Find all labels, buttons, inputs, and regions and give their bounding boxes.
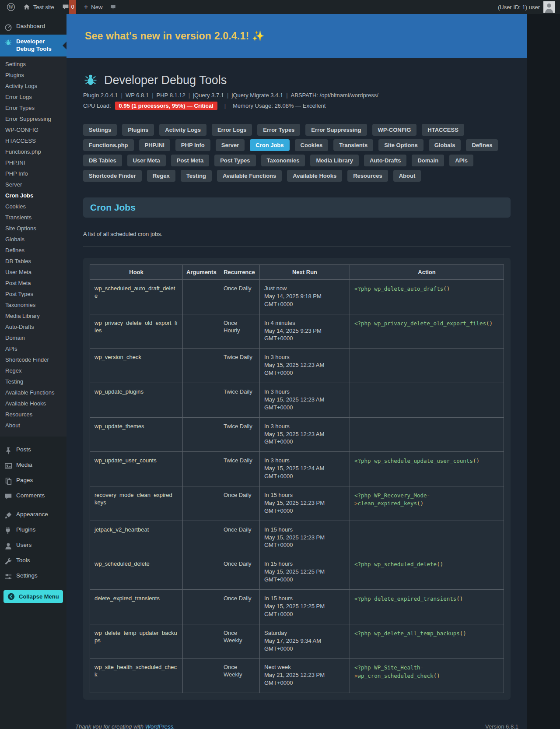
user-info[interactable]: (User ID: 1) user — [498, 4, 540, 11]
sidebar-item-media[interactable]: Media — [0, 458, 66, 473]
comments-link[interactable] — [58, 0, 69, 14]
tab-post-types[interactable]: Post Types — [214, 155, 256, 166]
submenu-item-error-types[interactable]: Error Types — [0, 102, 66, 113]
submenu-item-available-hooks[interactable]: Available Hooks — [0, 398, 66, 409]
submenu-item-settings[interactable]: Settings — [0, 59, 66, 70]
next-run-cell: In 3 hoursMay 15, 2025 12:23 AMGMT+0000 — [260, 417, 350, 452]
submenu-item-site-options[interactable]: Site Options — [0, 223, 66, 234]
screen-icon — [110, 4, 116, 10]
submenu-item-wp-config[interactable]: WP-CONFIG — [0, 124, 66, 135]
tab-globals[interactable]: Globals — [429, 139, 461, 151]
tab-wp-config[interactable]: WP-CONFIG — [372, 124, 417, 136]
site-name-link[interactable]: Test site — [19, 0, 58, 14]
submenu-item-error-suppressing[interactable]: Error Suppressing — [0, 113, 66, 124]
meta-separator: | — [283, 92, 290, 99]
submenu-item-domain[interactable]: Domain — [0, 332, 66, 343]
tab-domain[interactable]: Domain — [412, 155, 444, 166]
sidebar-item-pages[interactable]: Pages — [0, 473, 66, 489]
tab-post-meta[interactable]: Post Meta — [171, 155, 209, 166]
tab-php-info[interactable]: PHP Info — [175, 139, 210, 151]
submenu-item-available-functions[interactable]: Available Functions — [0, 387, 66, 398]
submenu-item-shortcode-finder[interactable]: Shortcode Finder — [0, 354, 66, 365]
sidebar-item-tools[interactable]: Tools — [0, 553, 66, 569]
wordpress-link[interactable]: WordPress — [145, 723, 173, 729]
sidebar-item-appearance[interactable]: Appearance — [0, 507, 66, 523]
wp-logo-button[interactable]: W — [3, 0, 19, 14]
tab-plugins[interactable]: Plugins — [122, 124, 154, 136]
hook-cell: wp_delete_temp_updater_backups — [90, 624, 183, 659]
tab-transients[interactable]: Transients — [333, 139, 373, 151]
tab-php-ini[interactable]: PHP.INI — [139, 139, 170, 151]
submenu-item-resources[interactable]: Resources — [0, 409, 66, 420]
submenu-item-php-info[interactable]: PHP Info — [0, 168, 66, 179]
submenu-item-taxonomies[interactable]: Taxonomies — [0, 299, 66, 310]
tab-functions-php[interactable]: Functions.php — [83, 139, 134, 151]
submenu-item-functions-php[interactable]: Functions.php — [0, 146, 66, 157]
sidebar-item-dashboard[interactable]: Dashboard — [0, 19, 66, 35]
tab-cookies[interactable]: Cookies — [295, 139, 329, 151]
new-content-button[interactable]: + New — [80, 0, 106, 14]
submenu-item-about[interactable]: About — [0, 420, 66, 431]
tab-shortcode-finder[interactable]: Shortcode Finder — [83, 170, 142, 182]
comment-count-badge[interactable]: 0 — [69, 0, 77, 14]
arguments-cell — [183, 452, 219, 486]
screen-toolbar-button[interactable] — [106, 0, 120, 14]
tab-regex[interactable]: Regex — [147, 170, 175, 182]
recurrence-cell: Once Daily — [219, 555, 260, 590]
tab-server[interactable]: Server — [216, 139, 245, 151]
submenu-item-post-types[interactable]: Post Types — [0, 289, 66, 299]
sidebar-item-developer-debug-tools[interactable]: Developer Debug Tools — [0, 35, 66, 56]
tab-site-options[interactable]: Site Options — [378, 139, 424, 151]
submenu-item-testing[interactable]: Testing — [0, 376, 66, 387]
submenu-item-apis[interactable]: APIs — [0, 343, 66, 354]
submenu-item-htaccess[interactable]: HTACCESS — [0, 135, 66, 146]
tab-resources[interactable]: Resources — [347, 170, 388, 182]
submenu-item-php-ini[interactable]: PHP.INI — [0, 157, 66, 168]
tab-cron-jobs[interactable]: Cron Jobs — [250, 139, 289, 151]
submenu-item-regex[interactable]: Regex — [0, 365, 66, 376]
submenu-item-plugins[interactable]: Plugins — [0, 70, 66, 81]
tab-user-meta[interactable]: User Meta — [127, 155, 166, 166]
tab-apis[interactable]: APIs — [449, 155, 473, 166]
tab-taxonomies[interactable]: Taxonomies — [261, 155, 305, 166]
submenu-item-media-library[interactable]: Media Library — [0, 310, 66, 321]
collapse-menu-button[interactable]: Collapse Menu — [4, 590, 63, 603]
avatar[interactable] — [543, 1, 555, 13]
submenu-item-post-meta[interactable]: Post Meta — [0, 278, 66, 289]
tab-error-types[interactable]: Error Types — [257, 124, 300, 136]
submenu-item-transients[interactable]: Transients — [0, 212, 66, 223]
submenu-item-db-tables[interactable]: DB Tables — [0, 256, 66, 267]
tab-db-tables[interactable]: DB Tables — [83, 155, 122, 166]
tab-htaccess[interactable]: HTACCESS — [422, 124, 464, 136]
submenu-item-user-meta[interactable]: User Meta — [0, 267, 66, 278]
submenu-item-server[interactable]: Server — [0, 179, 66, 190]
bug-icon — [4, 39, 12, 46]
sidebar-item-comments[interactable]: Comments — [0, 489, 66, 504]
submenu-item-defines[interactable]: Defines — [0, 245, 66, 256]
recurrence-cell: Once Hourly — [219, 314, 260, 349]
sidebar-item-settings[interactable]: Settings — [0, 569, 66, 584]
sidebar-item-users[interactable]: Users — [0, 538, 66, 553]
submenu-item-cron-jobs[interactable]: Cron Jobs — [0, 190, 66, 201]
submenu-item-cookies[interactable]: Cookies — [0, 201, 66, 212]
tab-available-hooks[interactable]: Available Hooks — [287, 170, 342, 182]
tab-error-logs[interactable]: Error Logs — [212, 124, 252, 136]
tab-defines[interactable]: Defines — [466, 139, 498, 151]
tab-activity-logs[interactable]: Activity Logs — [159, 124, 206, 136]
submenu-item-activity-logs[interactable]: Activity Logs — [0, 81, 66, 92]
submenu-item-error-logs[interactable]: Error Logs — [0, 92, 66, 102]
tab-auto-drafts[interactable]: Auto-Drafts — [364, 155, 407, 166]
sidebar-item-posts[interactable]: Posts — [0, 443, 66, 458]
submenu-item-globals[interactable]: Globals — [0, 234, 66, 245]
tab-error-suppressing[interactable]: Error Suppressing — [305, 124, 367, 136]
tab-available-functions[interactable]: Available Functions — [217, 170, 282, 182]
submenu-item-auto-drafts[interactable]: Auto-Drafts — [0, 321, 66, 332]
tab-about[interactable]: About — [393, 170, 421, 182]
tab-testing[interactable]: Testing — [181, 170, 212, 182]
code-token: () — [437, 561, 443, 567]
page-layout: Dashboard Developer Debug Tools Settings… — [0, 14, 560, 729]
tab-media-library[interactable]: Media Library — [310, 155, 359, 166]
section-title: Cron Jobs — [90, 202, 504, 213]
tab-settings[interactable]: Settings — [83, 124, 117, 136]
sidebar-item-plugins[interactable]: Plugins — [0, 523, 66, 538]
